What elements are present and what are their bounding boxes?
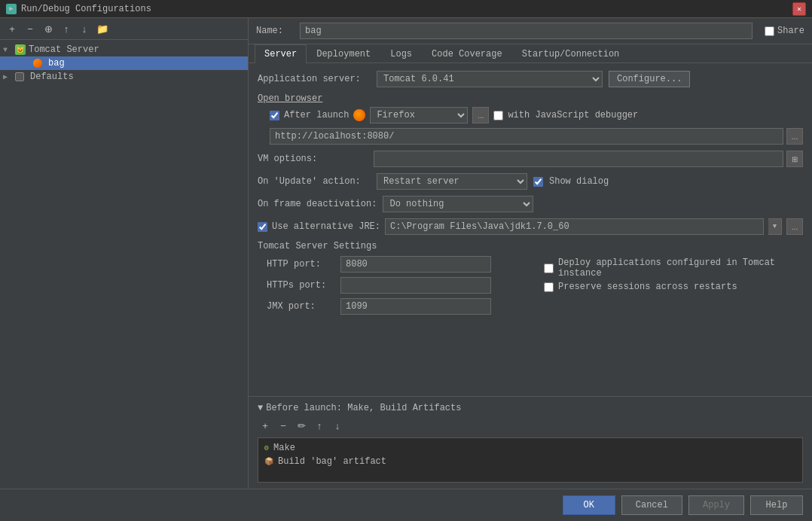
tree-defaults[interactable]: ▶ Defaults (0, 70, 248, 84)
list-item[interactable]: ⚙ Make (261, 441, 799, 455)
url-input[interactable] (270, 128, 783, 145)
show-dialog-checkbox[interactable] (533, 177, 543, 187)
defaults-expand-icon: ▶ (3, 72, 12, 81)
tomcat-server-label: Tomcat Server (29, 44, 99, 55)
add-config-button[interactable]: + (5, 21, 20, 36)
before-launch-section: ▼ Before launch: Make, Build Artifacts +… (249, 396, 812, 489)
help-button[interactable]: Help (750, 495, 803, 515)
vm-options-button[interactable]: ⊞ (786, 151, 803, 167)
https-port-row: HTTPs port: (258, 277, 523, 294)
jmx-port-row: JMX port: (258, 298, 523, 315)
on-update-select[interactable]: Restart server Redeploy Update resources… (377, 173, 527, 190)
tomcat-settings-cols: HTTP port: HTTPs port: JMX port: (258, 256, 803, 319)
make-icon: ⚙ (264, 443, 269, 452)
jre-dropdown-btn[interactable]: ▼ (768, 218, 782, 235)
preserve-sessions-row: Preserve sessions across restarts (538, 282, 803, 292)
name-row: Name: Share (249, 18, 812, 44)
after-launch-checkbox[interactable] (270, 111, 279, 120)
firefox-icon (353, 109, 365, 121)
folder-button[interactable]: 📁 (95, 21, 110, 36)
js-debugger-checkbox[interactable] (493, 111, 503, 120)
jre-input[interactable] (385, 218, 764, 235)
close-button[interactable]: ✕ (792, 2, 806, 16)
tab-logs[interactable]: Logs (380, 44, 422, 63)
on-frame-label: On frame deactivation: (258, 199, 377, 209)
jre-dots-button[interactable]: ... (786, 218, 803, 235)
defaults-icon (15, 72, 24, 81)
tab-deployment[interactable]: Deployment (307, 44, 380, 63)
on-update-label: On 'Update' action: (258, 176, 371, 187)
name-label: Name: (256, 26, 294, 36)
collapse-icon: ▼ (258, 403, 263, 413)
bottom-bar: OK Cancel Apply Help (0, 489, 812, 521)
bag-label: bag (48, 58, 65, 69)
share-row: Share (765, 26, 804, 36)
before-launch-remove-button[interactable]: − (276, 418, 291, 433)
left-toolbar: + − ⊕ ↑ ↓ 📁 (0, 18, 248, 40)
browser-dots-button[interactable]: ... (472, 107, 489, 123)
app-server-select[interactable]: Tomcat 6.0.41 (377, 71, 603, 87)
jre-row: Use alternative JRE: ▼ ... (258, 218, 803, 235)
defaults-label: Defaults (30, 72, 74, 82)
tree-bag-item[interactable]: bag (0, 56, 248, 70)
tab-server[interactable]: Server (255, 44, 307, 63)
move-down-button[interactable]: ↓ (77, 21, 92, 36)
share-label: Share (777, 26, 804, 36)
artifact-label: Build 'bag' artifact (278, 456, 386, 467)
window-title: Run/Debug Configurations (21, 4, 151, 14)
browser-select[interactable]: Firefox Chrome (370, 107, 468, 123)
right-panel: Name: Share Server Deployment Logs Code … (249, 18, 812, 489)
js-debugger-label: with JavaScript debugger (508, 110, 638, 120)
list-item[interactable]: 📦 Build 'bag' artifact (261, 455, 799, 468)
left-panel: + − ⊕ ↑ ↓ 📁 ▼ 🐱 Tomcat Server bag ▶ (0, 18, 249, 489)
on-frame-select[interactable]: Do nothing Update resources Restart serv… (383, 196, 533, 212)
jmx-port-input[interactable] (340, 298, 491, 315)
vm-options-input[interactable] (374, 151, 783, 167)
cancel-button[interactable]: Cancel (621, 495, 682, 515)
alt-jre-checkbox[interactable] (258, 222, 267, 232)
before-launch-header[interactable]: ▼ Before launch: Make, Build Artifacts (258, 403, 803, 413)
http-port-input[interactable] (340, 256, 491, 273)
tab-code-coverage[interactable]: Code Coverage (422, 44, 512, 63)
window-icon: ▶ (6, 4, 17, 14)
before-launch-title: Before launch: Make, Build Artifacts (266, 403, 461, 413)
ports-col: HTTP port: HTTPs port: JMX port: (258, 256, 523, 319)
url-dots-button[interactable]: ... (786, 128, 803, 145)
after-launch-row: After launch Firefox Chrome ... with Jav… (270, 107, 803, 123)
ok-button[interactable]: OK (563, 495, 615, 515)
deploy-apps-label: Deploy applications configured in Tomcat… (558, 257, 803, 279)
tab-startup-connection[interactable]: Startup/Connection (512, 44, 630, 63)
remove-config-button[interactable]: − (23, 21, 38, 36)
artifact-icon: 📦 (264, 457, 273, 466)
name-input[interactable] (300, 23, 752, 39)
https-port-input[interactable] (340, 277, 491, 294)
apply-button[interactable]: Apply (688, 495, 744, 515)
config-tree: ▼ 🐱 Tomcat Server bag ▶ Defaults (0, 40, 248, 489)
tree-tomcat-server[interactable]: ▼ 🐱 Tomcat Server (0, 43, 248, 56)
alt-jre-label: Use alternative JRE: (272, 221, 380, 232)
show-dialog-label: Show dialog (549, 176, 609, 187)
https-port-label: HTTPs port: (267, 280, 334, 291)
vm-options-label: VM options: (258, 154, 371, 164)
http-port-label: HTTP port: (267, 259, 334, 270)
share-checkbox[interactable] (765, 26, 774, 36)
move-up-button[interactable]: ↑ (59, 21, 74, 36)
copy-config-button[interactable]: ⊕ (41, 21, 56, 36)
before-launch-list: ⚙ Make 📦 Build 'bag' artifact (258, 437, 803, 483)
app-server-combo-wrapper: Tomcat 6.0.41 (377, 71, 603, 87)
before-launch-up-button[interactable]: ↑ (312, 418, 327, 433)
http-port-row: HTTP port: (258, 256, 523, 273)
preserve-sessions-checkbox[interactable] (544, 282, 554, 292)
on-update-row: On 'Update' action: Restart server Redep… (258, 173, 803, 190)
before-launch-add-button[interactable]: + (258, 418, 273, 433)
expand-icon: ▼ (3, 46, 12, 54)
on-frame-row: On frame deactivation: Do nothing Update… (258, 196, 803, 212)
before-launch-edit-button[interactable]: ✏ (294, 418, 309, 433)
tomcat-settings-label: Tomcat Server Settings (258, 241, 377, 251)
title-bar: ▶ Run/Debug Configurations ✕ (0, 0, 812, 18)
deploy-apps-checkbox[interactable] (544, 264, 554, 273)
vm-options-row: VM options: ⊞ (258, 151, 803, 167)
before-launch-down-button[interactable]: ↓ (330, 418, 345, 433)
configure-button[interactable]: Configure... (609, 71, 690, 87)
url-row: ... (270, 128, 803, 145)
